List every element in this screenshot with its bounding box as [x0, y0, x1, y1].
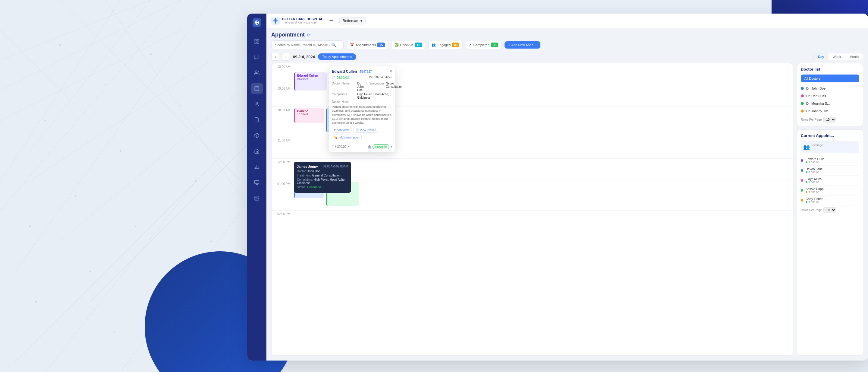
sidebar-item-patients[interactable]	[251, 67, 263, 78]
appt-list-item[interactable]: Devon Lane... ₹ 500.00	[801, 166, 859, 176]
doctor-name: Dr. Johnny Jim...	[806, 109, 831, 113]
appt-avatar	[801, 159, 803, 162]
svg-point-39	[255, 70, 257, 73]
sidebar-item-records[interactable]	[251, 114, 263, 125]
sidebar-logo	[251, 17, 263, 29]
sidebar-item-media[interactable]	[251, 193, 263, 204]
sidebar-item-appointments[interactable]	[251, 83, 263, 94]
appt-patient-name: Floyd Miles...	[806, 177, 824, 181]
sidebar-item-display[interactable]	[251, 177, 263, 188]
appointment-darlene[interactable]: Darlene 10:00AM	[294, 108, 324, 123]
rows-per-page-label: Rows Per Page	[801, 208, 822, 212]
today-appointments-button[interactable]: Today Appointments	[318, 53, 356, 60]
popup-complaints: High Fever, Head Ache, Giddiness	[357, 93, 392, 99]
time-grid: 08:00 AM Edward Cullen 08:30AM ✕	[271, 63, 793, 356]
add-vitals-button[interactable]: ♥ Add Vitals	[332, 127, 351, 133]
avg-value: —	[812, 147, 823, 151]
calendar-nav: ‹ › 09 Jul, 2024 Today Appointments Day …	[267, 52, 868, 63]
doctor-item-johnny[interactable]: Dr. Johnny Jim...	[801, 107, 859, 115]
search-icon[interactable]: 🔍	[331, 42, 336, 47]
svg-point-25	[135, 226, 136, 227]
popup-appointment-time: 🕐08:30AM	[332, 76, 349, 79]
appt-list-item[interactable]: Floyd Miles... ₹ 500.00	[801, 176, 859, 185]
appt-price: ₹ 300.00	[808, 191, 819, 194]
rows-per-page-select-appt[interactable]: 10 25 50	[824, 207, 836, 213]
view-invoice-button[interactable]: 📄 View Invoice	[353, 127, 378, 133]
appointment-time: 10:00AM	[297, 113, 321, 116]
appt-status-dot	[806, 191, 807, 193]
appt-avatar	[801, 189, 803, 192]
popup-price: ₹ ₹ 300.00 ✓	[332, 145, 350, 148]
doctor-item-john[interactable]: Dr. John Doe	[801, 85, 859, 92]
rows-per-page-select-doctor[interactable]: 10 25 50	[824, 117, 836, 122]
main-content: BETTER CARE HOSPITAL The heart of your H…	[267, 13, 868, 361]
appointment-page: Appointment ⟳ 🔍 📅 Appointments 15 ✅ Chec…	[267, 28, 868, 361]
appointments-icon: 📅	[350, 43, 354, 47]
sidebar-item-analytics[interactable]	[251, 162, 263, 172]
month-view-button[interactable]: Month	[845, 53, 863, 60]
current-appointments-panel: Current Appoint... 👥 Average —	[797, 130, 863, 356]
svg-point-31	[114, 331, 115, 333]
sidebar-item-hospital[interactable]	[251, 146, 263, 156]
completed-label: Completed	[473, 43, 489, 47]
hospital-name: BETTER CARE HOSPITAL	[282, 17, 323, 21]
appt-price: ₹ 500.00	[808, 171, 819, 174]
svg-rect-38	[257, 42, 259, 44]
appointment-header: Appointment ⟳	[267, 28, 868, 40]
doctor-item-mounika[interactable]: Dr. Mounika S...	[801, 100, 859, 107]
doctor-item-dan[interactable]: Dr. Dan Huss...	[801, 92, 859, 100]
rows-per-page-doctor: Rows Per Page 10 25 50	[801, 117, 859, 122]
time-content-0100pm: James Jonny 01:00AM Wensen Bark 01:30AM	[293, 180, 793, 210]
branch-selector[interactable]: Bettercare ▾	[339, 17, 366, 24]
all-doctors-button[interactable]: All Doctors	[801, 75, 859, 82]
tooltip-doctor: John Doe	[307, 170, 320, 173]
hamburger-menu[interactable]: ☰	[329, 18, 333, 24]
average-wait: 👥 Average —	[801, 141, 859, 153]
sidebar	[247, 13, 267, 361]
popup-status: Engaged	[373, 144, 390, 149]
appointments-stat: 📅 Appointments 15	[347, 41, 388, 49]
appt-patient-name: Edward Culle...	[806, 157, 827, 161]
doctor-list-panel: Doctor list All Doctors Dr. John Doe Dr.…	[797, 63, 863, 126]
svg-point-58	[255, 197, 256, 198]
popup-phone: +91 98754 34275	[369, 76, 392, 79]
appt-price-row: ₹ 300.00	[806, 191, 826, 194]
appt-price: ₹ 500.00	[808, 201, 819, 204]
appt-list-item[interactable]: Bessie Copp... ₹ 300.00	[801, 185, 859, 196]
appt-list-item[interactable]: Cody Fisher... ₹ 500.00	[801, 196, 859, 205]
sidebar-item-messages[interactable]	[251, 52, 263, 62]
tooltip-patient-name: James Jonny	[297, 165, 318, 168]
current-appointments-list: Edward Culle... ₹ 300.00	[801, 156, 859, 205]
appt-patient-name: Bessie Copp...	[806, 187, 826, 191]
sidebar-item-pharmacy[interactable]	[251, 130, 263, 141]
popup-close-button[interactable]: ✕	[389, 69, 393, 74]
prev-date-button[interactable]: ‹	[271, 53, 279, 61]
add-prescription-button[interactable]: 💊 Add Prescription	[332, 135, 362, 140]
checkin-icon: ✅	[395, 43, 399, 47]
completed-icon: ✔	[469, 43, 472, 47]
search-input[interactable]	[275, 43, 330, 47]
popup-patient-name: Edward Cullen	[332, 69, 357, 74]
hospital-tagline: The heart of your Healthcare	[282, 21, 323, 24]
svg-point-44	[256, 102, 258, 104]
week-view-button[interactable]: Week	[829, 53, 845, 60]
doctor-list: Dr. John Doe Dr. Dan Huss... Dr. Mounika…	[801, 85, 859, 115]
sidebar-navigation	[251, 31, 263, 357]
day-view-button[interactable]: Day	[814, 53, 828, 60]
next-date-button[interactable]: ›	[282, 53, 290, 61]
appt-list-item[interactable]: Edward Culle... ₹ 300.00	[801, 156, 859, 166]
sidebar-item-profile[interactable]	[251, 99, 263, 110]
engaged-count: 05	[452, 42, 459, 47]
tooltip-doctor-row: Doctor: John Doe	[297, 170, 348, 173]
sidebar-item-dashboard[interactable]	[251, 36, 263, 47]
topbar: BETTER CARE HOSPITAL The heart of your H…	[267, 13, 868, 28]
add-appointment-button[interactable]: + Add New Appo...	[504, 41, 540, 49]
svg-point-24	[29, 225, 31, 227]
time-label-1000: 10:00 AM	[272, 107, 293, 137]
doctor-avatar-dot	[801, 94, 804, 97]
svg-line-48	[255, 134, 257, 135]
tooltip-treatment-row: Treatment: General Consultation	[297, 174, 348, 177]
avg-icon: 👥	[803, 144, 810, 150]
time-content-0200pm	[293, 210, 793, 232]
refresh-icon[interactable]: ⟳	[307, 33, 311, 37]
